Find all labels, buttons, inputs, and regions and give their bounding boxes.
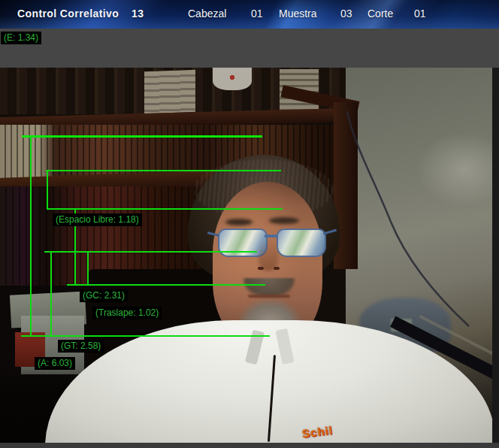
measure-line-vertical-a [30,135,32,337]
measure-line-espacio-bottom [47,208,283,210]
right-border-strip [492,68,499,443]
app-title: Control Correlativo [17,0,119,28]
glasses-bridge [265,235,278,238]
measure-line-espacio-top [46,170,281,171]
muestra-label: Muestra [279,0,317,28]
nostrils [256,265,283,272]
label-traslape: (Traslape: 1.02) [92,307,162,319]
left-eyebrow [225,219,253,226]
title-bar: Control Correlativo 13 Cabezal 01 Muestr… [0,0,499,29]
measure-line-gt-bottom [21,335,270,337]
mouth [248,295,290,298]
corte-label: Corte [367,0,393,28]
webcam-feed: Schil (Espacio Libre: 1.18) (GC: 2.31) (… [0,68,492,443]
measure-line-vertical-d [50,251,52,337]
measure-line-vertical-espacio [47,170,48,210]
label-espacio-libre: (Espacio Libre: 1.18) [53,213,142,226]
label-gt: (GT: 2.58) [58,340,104,353]
measure-line-top [22,135,262,138]
bottom-border-strip [0,443,499,448]
corte-value: 01 [414,0,426,28]
app-window: Control Correlativo 13 Cabezal 01 Muestr… [0,0,499,448]
label-a: (A: 6.03) [35,357,75,370]
right-lens [277,229,326,257]
label-e-measurement: (E: 1.34) [1,32,41,44]
measure-line-vertical-e [87,251,89,285]
right-eyebrow [269,217,299,224]
measure-line-gc-top [44,251,257,253]
cabezal-value: 01 [251,0,263,28]
measure-line-gc-bottom [67,284,265,286]
correlative-number: 13 [132,0,144,28]
cabezal-label: Cabezal [188,0,226,28]
label-gc: (GC: 2.31) [80,289,128,302]
muestra-value: 03 [340,0,352,28]
